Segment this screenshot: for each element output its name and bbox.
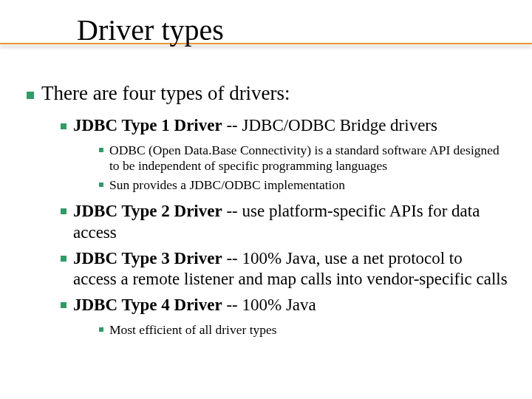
bullet-icon [99,148,103,152]
type4-rest: -- 100% Java [222,296,316,314]
slide-body: There are four types of drivers: JDBC Ty… [27,81,510,341]
type1-rest: -- JDBC/ODBC Bridge drivers [222,116,437,134]
type1-sub-0-text: ODBC (Open Data.Base Connectivity) is a … [109,143,499,174]
type1-sub-1-text: Sun provides a JDBC/ODBC implementation [109,177,345,192]
type4-sub: Most efficient of all driver types [99,322,510,338]
slide: Driver types There are four types of dri… [0,0,532,399]
type4-sub-text: Most efficient of all driver types [109,322,277,337]
slide-title: Driver types [77,15,224,46]
type3-bold: JDBC Type 3 Driver [73,249,222,267]
type2-line: JDBC Type 2 Driver -- use platform-speci… [61,201,510,244]
bullet-icon [61,123,66,129]
type2-bold: JDBC Type 2 Driver [73,202,222,220]
bullet-icon [61,208,66,214]
intro-line: There are four types of drivers: [27,81,510,106]
bullet-icon [99,327,103,332]
intro-text: There are four types of drivers: [41,82,290,104]
title-wrap: Driver types [77,15,224,46]
bullet-icon [27,92,34,99]
bullet-icon [99,183,103,187]
type1-sub-1: Sun provides a JDBC/ODBC implementation [99,177,510,194]
type4-bold: JDBC Type 4 Driver [73,296,222,314]
type3-line: JDBC Type 3 Driver -- 100% Java, use a n… [61,248,510,291]
type1-line: JDBC Type 1 Driver -- JDBC/ODBC Bridge d… [61,115,510,137]
type4-line: JDBC Type 4 Driver -- 100% Java [61,295,510,316]
type1-bold: JDBC Type 1 Driver [73,116,222,134]
bullet-icon [61,302,66,308]
bullet-icon [61,256,66,262]
type1-sub-0: ODBC (Open Data.Base Connectivity) is a … [99,143,510,175]
